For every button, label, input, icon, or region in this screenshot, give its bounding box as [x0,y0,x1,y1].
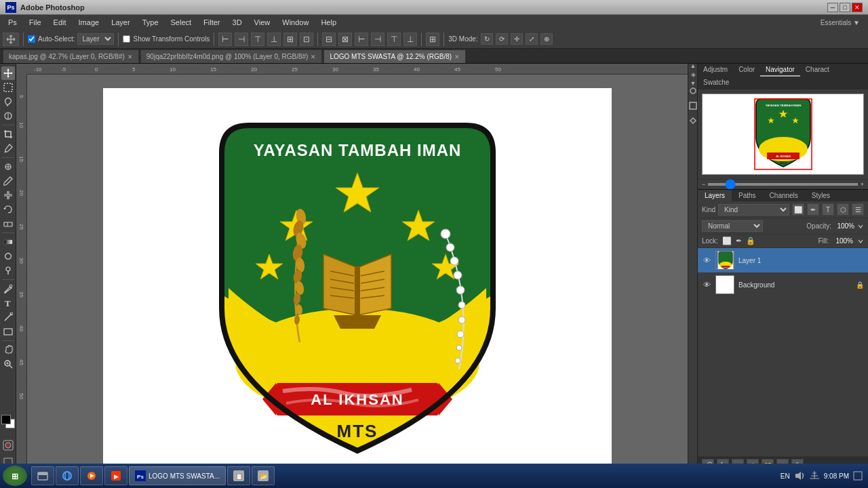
align-left-btn[interactable]: ⊢ [218,33,232,46]
move-tool-btn[interactable] [3,33,19,46]
dodge-tool[interactable] [1,264,15,277]
dist4-btn[interactable]: ⊣ [371,33,384,46]
auto-select-checkbox[interactable] [28,35,35,43]
3d-pan-btn[interactable]: ✛ [511,33,523,45]
layer-icon-pixel[interactable]: ⬜ [792,203,804,216]
eyedropper-tool[interactable] [1,142,15,155]
taskbar-show-desktop-icon[interactable] [853,471,863,481]
menu-select[interactable]: Select [165,17,197,28]
dist1-btn[interactable]: ⊟ [322,33,336,46]
menu-window[interactable]: Window [277,17,314,28]
rectangle-select-tool[interactable] [1,81,15,94]
gradient-tool[interactable] [1,235,15,249]
panel-tab-adjustm[interactable]: Adjustm [698,64,733,77]
zoom-slider[interactable] [708,183,857,186]
essentials-label[interactable]: Essentials ▼ [821,19,865,26]
styles-tab[interactable]: Styles [805,190,837,201]
background-visibility-icon[interactable]: 👁 [702,281,711,289]
menu-ps[interactable]: Ps [3,17,22,28]
brush-tool[interactable] [1,174,15,188]
lock-position-icon[interactable]: ✒ [736,237,742,245]
3d-rotate-btn[interactable]: ↻ [481,33,493,45]
layer-icon-smart[interactable]: ☰ [852,203,864,216]
rectangle-tool[interactable] [1,325,15,338]
menu-3d[interactable]: 3D [227,17,248,28]
arrange-btn[interactable]: ⊞ [426,33,439,46]
menu-layer[interactable]: Layer [106,17,136,28]
pen-tool[interactable] [1,282,15,296]
move-tool[interactable] [1,66,15,80]
zoom-plus[interactable]: + [861,181,864,188]
layer-icon-shape[interactable]: ⬡ [837,203,849,216]
minimize-button[interactable]: ─ [827,3,838,12]
layer-icon-adjust[interactable]: ✒ [807,203,819,216]
zoom-minus[interactable]: − [702,181,705,188]
taskbar-network-icon[interactable] [809,470,820,481]
layers-tab[interactable]: Layers [698,190,732,201]
panel-tab-swatche[interactable]: Swatche [698,77,734,89]
channels-tab[interactable]: Channels [763,190,805,201]
zoom-tool[interactable] [1,357,15,371]
menu-file[interactable]: File [24,17,47,28]
maximize-button[interactable]: □ [840,3,850,12]
lock-pixels-icon[interactable]: ⬜ [722,237,732,245]
hand-tool[interactable] [1,343,15,357]
fill-value[interactable]: 100% [833,237,853,245]
panel-tab-color[interactable]: Color [733,64,760,77]
path-select-tool[interactable] [1,310,15,324]
quick-mask-btn[interactable] [1,439,15,452]
tab-kapas-close[interactable]: ✕ [127,54,133,60]
tab-90jqa-close[interactable]: ✕ [311,54,316,60]
panel-tab-navigator[interactable]: Navigator [760,64,800,77]
clone-stamp-tool[interactable] [1,188,15,202]
align-bottom-btn[interactable]: ⊡ [300,33,313,46]
menu-view[interactable]: View [249,17,276,28]
layer1-visibility-icon[interactable]: 👁 [702,256,711,264]
crop-tool[interactable] [1,127,15,141]
opacity-value[interactable]: 100% [834,222,854,230]
align-center-h-btn[interactable]: ⊣ [235,33,248,46]
menu-edit[interactable]: Edit [48,17,72,28]
dist3-btn[interactable]: ⊢ [355,33,368,46]
3d-slide-btn[interactable]: ⤢ [526,33,538,45]
healing-brush-tool[interactable] [1,160,15,174]
fg-color-swatch[interactable] [1,415,11,424]
taskbar-photoshop[interactable]: Ps LOGO MTS SWASTA... [129,466,226,485]
3d-roll-btn[interactable]: ⟳ [496,33,508,45]
eraser-tool[interactable] [1,217,15,230]
layer-row-layer1[interactable]: 👁 Layer 1 [698,248,868,272]
auto-select-dropdown[interactable]: Layer Group [77,33,114,45]
blur-tool[interactable] [1,249,15,263]
panel-tab-charact[interactable]: Charact [800,64,835,77]
transform-checkbox[interactable] [123,35,130,43]
taskbar-app7[interactable]: 📂 [252,466,275,485]
taskbar-app6[interactable]: 📋 [227,466,250,485]
align-right-btn[interactable]: ⊤ [251,33,264,46]
menu-type[interactable]: Type [137,17,164,28]
taskbar-mediaplayer[interactable] [80,466,103,485]
tab-logo[interactable]: LOGO MTS SWASTA @ 12.2% (RGB/8) ✕ [323,49,466,63]
canvas-area[interactable]: AL IKHSAN MTS YAYASAN TAMBAH IMAN [27,75,688,473]
taskbar-explorer[interactable] [31,466,54,485]
blend-mode-dropdown[interactable]: Normal Multiply Screen [702,220,763,232]
3d-scale-btn[interactable]: ⊕ [540,33,553,45]
menu-filter[interactable]: Filter [198,17,225,28]
dist2-btn[interactable]: ⊠ [338,33,352,46]
history-brush-tool[interactable] [1,203,15,216]
tab-logo-close[interactable]: ✕ [454,54,460,60]
paths-tab[interactable]: Paths [732,190,763,201]
lasso-tool[interactable] [1,95,15,108]
dist5-btn[interactable]: ⊤ [387,33,401,46]
start-button[interactable]: ⊞ [3,466,27,486]
layer-icon-type[interactable]: T [822,203,834,216]
align-top-btn[interactable]: ⊥ [267,33,281,46]
taskbar-ie[interactable] [56,466,79,485]
menu-image[interactable]: Image [73,17,105,28]
layer-row-background[interactable]: 👁 Background 🔒 [698,272,868,297]
taskbar-mediaplayer2[interactable]: ▶ [104,466,127,485]
lock-all-icon[interactable]: 🔒 [746,237,755,245]
quick-select-tool[interactable] [1,109,15,123]
color-swatches[interactable] [0,413,16,438]
taskbar-volume-icon[interactable] [794,470,805,481]
dist6-btn[interactable]: ⊥ [403,33,417,46]
